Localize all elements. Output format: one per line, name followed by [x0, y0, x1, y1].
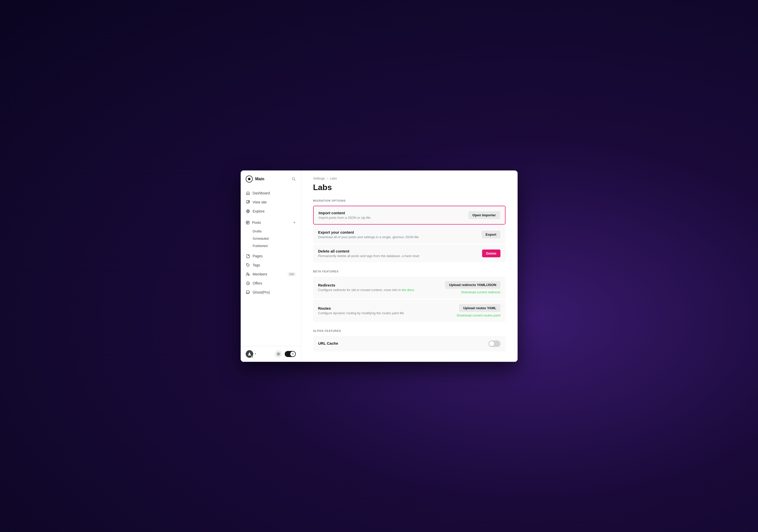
page-title: Labs	[313, 183, 505, 192]
redirects-actions: Upload redirects YAML/JSON Download curr…	[445, 281, 500, 294]
url-cache-title: URL Cache	[318, 341, 338, 345]
theme-toggle[interactable]: ✳	[285, 351, 296, 357]
members-badge: 206	[288, 272, 295, 276]
delete-content-card: Delete all content Permanently delete al…	[313, 244, 505, 262]
import-desc: Import posts from a JSON or zip file	[319, 216, 370, 220]
url-cache-card: URL Cache	[313, 336, 505, 351]
sidebar-item-scheduled[interactable]: Scheduled	[241, 235, 301, 242]
members-icon	[246, 272, 250, 276]
logo-icon	[246, 175, 253, 183]
main-content: Settings > Labs Labs MIGRATION OPTIONS I…	[301, 170, 518, 362]
delete-desc: Permanently delete all posts and tags fr…	[318, 254, 419, 258]
ghost-icon	[246, 290, 250, 295]
svg-point-12	[247, 273, 248, 274]
breadcrumb-parent[interactable]: Settings	[313, 176, 325, 180]
routes-desc: Configure dynamic routing by modifying t…	[318, 311, 404, 315]
migration-cards: Import content Import posts from a JSON …	[313, 206, 505, 263]
download-redirects-link[interactable]: Download current redirects	[461, 290, 500, 294]
sidebar-item-label: Tags	[253, 263, 296, 267]
posts-label: Posts	[252, 221, 261, 225]
sidebar-item-pages[interactable]: Pages	[241, 252, 301, 261]
svg-rect-2	[247, 201, 249, 203]
alpha-section: ALPHA FEATURES URL Cache	[313, 329, 505, 352]
redirects-desc: Configure redirects for old or moved con…	[318, 288, 414, 292]
beta-section-title: BETA FEATURES	[313, 270, 505, 273]
sidebar-item-ghostpro[interactable]: Ghost(Pro)	[241, 288, 301, 297]
sidebar-item-label: Ghost(Pro)	[253, 290, 296, 294]
url-cache-info: URL Cache	[318, 341, 338, 346]
sidebar-item-viewsite[interactable]: View site	[241, 198, 301, 207]
sidebar-logo[interactable]: Main	[246, 175, 264, 183]
export-info: Export your content Download all of your…	[318, 230, 419, 239]
add-post-icon[interactable]: +	[293, 220, 296, 225]
svg-point-17	[278, 353, 279, 354]
beta-cards: Redirects Configure redirects for old or…	[313, 276, 505, 322]
sidebar-item-label: Pages	[253, 254, 296, 258]
svg-point-16	[249, 352, 250, 354]
settings-button[interactable]	[275, 350, 282, 358]
search-button[interactable]	[292, 177, 296, 181]
avatar	[246, 350, 253, 358]
sidebar-item-members[interactable]: Members 206	[241, 270, 301, 279]
url-cache-toggle[interactable]	[488, 340, 500, 347]
sidebar: Main Dashboard	[241, 170, 301, 362]
export-desc: Download all of your posts and settings …	[318, 235, 419, 239]
sidebar-item-tags[interactable]: Tags	[241, 261, 301, 270]
svg-line-1	[294, 180, 295, 181]
sidebar-item-dashboard[interactable]: Dashboard	[241, 189, 301, 198]
export-title: Export your content	[318, 230, 419, 234]
delete-title: Delete all content	[318, 249, 419, 253]
download-routes-link[interactable]: Download current routes.yaml	[457, 313, 500, 317]
delete-info: Delete all content Permanently delete al…	[318, 249, 419, 258]
alpha-cards: URL Cache	[313, 336, 505, 352]
footer-actions: ✳	[275, 350, 296, 358]
routes-title: Routes	[318, 306, 404, 310]
chevron-down-icon: ▾	[255, 352, 256, 356]
export-button[interactable]: Export	[482, 231, 500, 238]
posts-icon	[246, 221, 250, 225]
routes-info: Routes Configure dynamic routing by modi…	[318, 306, 404, 315]
toggle-knob	[489, 341, 494, 346]
sidebar-item-drafts[interactable]: Drafts	[241, 228, 301, 235]
export-content-card: Export your content Download all of your…	[313, 226, 505, 243]
sidebar-item-offers[interactable]: % Offers	[241, 279, 301, 288]
site-name: Main	[255, 177, 264, 181]
alpha-section-title: ALPHA FEATURES	[313, 329, 505, 332]
sidebar-item-label: View site	[253, 200, 296, 204]
upload-redirects-button[interactable]: Upload redirects YAML/JSON	[445, 281, 500, 289]
sidebar-item-label: Dashboard	[253, 191, 296, 195]
sidebar-item-posts[interactable]: Posts +	[241, 218, 301, 228]
redirects-card: Redirects Configure redirects for old or…	[313, 276, 505, 299]
routes-actions: Upload routes YAML Download current rout…	[457, 304, 500, 317]
import-info: Import content Import posts from a JSON …	[319, 211, 370, 220]
globe-icon	[246, 209, 250, 214]
user-menu[interactable]: ▾	[246, 350, 256, 358]
sidebar-item-label: Members	[253, 272, 285, 276]
sidebar-item-published[interactable]: Published	[241, 242, 301, 250]
the-docs-link[interactable]: the docs	[402, 288, 414, 292]
scheduled-label: Scheduled	[253, 237, 269, 240]
file-icon	[246, 254, 250, 258]
migration-section-title: MIGRATION OPTIONS	[313, 199, 505, 202]
open-importer-button[interactable]: Open Importer	[468, 211, 500, 219]
sidebar-item-label: Explore	[253, 209, 296, 213]
redirects-info: Redirects Configure redirects for old or…	[318, 283, 414, 292]
published-label: Published	[253, 244, 268, 248]
upload-routes-button[interactable]: Upload routes YAML	[459, 304, 500, 312]
svg-text:%: %	[247, 282, 249, 285]
routes-card: Routes Configure dynamic routing by modi…	[313, 300, 505, 322]
svg-point-11	[247, 264, 248, 265]
breadcrumb-current: Labs	[330, 176, 337, 180]
sidebar-item-explore[interactable]: Explore	[241, 207, 301, 216]
delete-button[interactable]: Delete	[482, 250, 500, 257]
sidebar-nav: Dashboard View site	[241, 187, 301, 346]
sidebar-header: Main	[241, 170, 301, 187]
beta-section: BETA FEATURES Redirects Configure redire…	[313, 270, 505, 322]
toggle-knob: ✳	[290, 351, 295, 357]
sidebar-footer: ▾ ✳	[241, 346, 301, 362]
tag-icon	[246, 263, 250, 267]
migration-section: MIGRATION OPTIONS Import content Import …	[313, 199, 505, 263]
home-icon	[246, 191, 250, 195]
import-title: Import content	[319, 211, 370, 215]
external-icon	[246, 200, 250, 204]
